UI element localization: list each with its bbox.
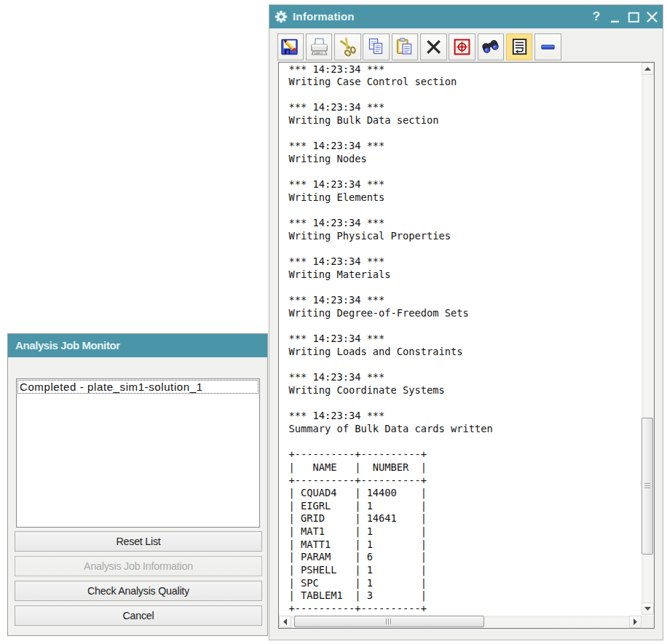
toolbar-button-print[interactable] (306, 33, 333, 60)
scroll-down-button[interactable] (642, 603, 654, 615)
gear-icon (275, 10, 288, 23)
information-titlebar[interactable]: Information ? (269, 5, 663, 28)
scroll-left-button[interactable] (279, 616, 291, 628)
maximize-button[interactable] (627, 5, 640, 28)
vertical-scrollbar[interactable] (642, 63, 654, 616)
information-title: Information (293, 5, 355, 28)
information-toolbar (269, 28, 663, 62)
toolbar-button-paste[interactable] (392, 33, 419, 60)
toolbar-button-delete[interactable] (420, 33, 447, 60)
log-text: *** 14:23:34 *** Writing Case Control se… (289, 63, 493, 616)
toolbar-button-find[interactable] (478, 33, 505, 60)
toolbar-button-collapse[interactable] (534, 33, 561, 60)
scroll-right-button[interactable] (629, 616, 642, 628)
toolbar-button-cut[interactable] (334, 33, 361, 60)
thumb-grip (386, 619, 392, 624)
horizontal-scrollbar[interactable] (279, 616, 642, 628)
arrow-right-icon (634, 619, 637, 625)
toolbar-button-log-to-window[interactable] (506, 33, 533, 60)
monitor-titlebar[interactable]: Analysis Job Monitor (8, 334, 267, 357)
arrow-down-icon (644, 607, 651, 611)
toolbar-button-save[interactable] (277, 33, 304, 60)
log-to-window-icon (510, 37, 529, 57)
print-icon (309, 37, 329, 57)
save-icon (280, 37, 300, 57)
collapse-icon (538, 37, 558, 57)
minimize-button[interactable] (609, 5, 622, 28)
information-window: Information ? (269, 4, 663, 640)
job-list[interactable]: Completed - plate_sim1-solution_1 (16, 378, 260, 528)
scroll-up-button[interactable] (642, 63, 654, 75)
paste-icon (395, 37, 414, 57)
reset-list-button[interactable]: Reset List (15, 531, 262, 552)
arrow-left-icon (283, 619, 287, 625)
horizontal-scroll-thumb[interactable] (294, 616, 484, 627)
cancel-button[interactable]: Cancel (15, 605, 262, 626)
toolbar-button-copy[interactable] (363, 33, 390, 60)
desktop: Analysis Job Monitor Completed - plate_s… (0, 0, 667, 644)
help-button[interactable]: ? (590, 5, 603, 28)
check-analysis-quality-button[interactable]: Check Analysis Quality (15, 581, 262, 601)
delete-icon (424, 37, 443, 57)
find-icon (481, 37, 500, 57)
cut-icon (338, 37, 358, 57)
thumb-grip (644, 483, 650, 489)
scrollbar-corner (642, 616, 654, 628)
close-button[interactable] (645, 5, 658, 28)
select-target-icon (452, 37, 472, 57)
maximize-icon (628, 11, 640, 24)
vertical-scroll-thumb[interactable] (642, 418, 653, 554)
analysis-job-monitor-dialog: Analysis Job Monitor Completed - plate_s… (7, 333, 268, 636)
monitor-title: Analysis Job Monitor (15, 339, 120, 351)
close-icon (646, 11, 658, 24)
copy-icon (366, 37, 386, 57)
toolbar-button-select-target[interactable] (449, 33, 475, 60)
minimize-icon (609, 11, 621, 24)
analysis-job-information-button[interactable]: Analysis Job Information (15, 556, 262, 576)
arrow-up-icon (644, 67, 651, 71)
job-list-item-selected[interactable]: Completed - plate_sim1-solution_1 (17, 380, 258, 394)
log-textarea[interactable]: *** 14:23:34 *** Writing Case Control se… (278, 62, 655, 629)
